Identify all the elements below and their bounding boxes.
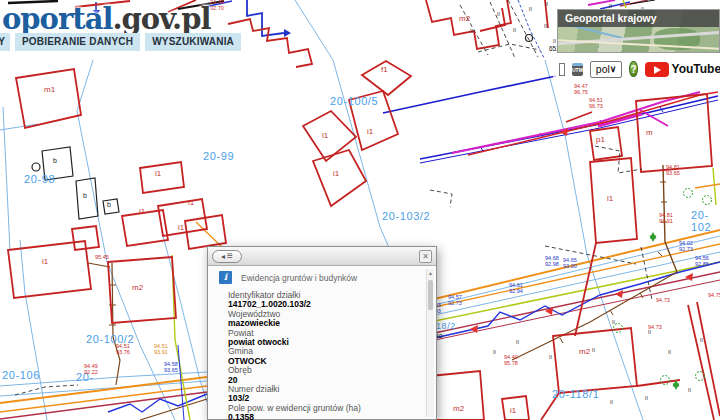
overview-minimap[interactable]: Geoportal krajowy	[557, 9, 720, 53]
popup-field-value: powiat otwocki	[228, 338, 420, 347]
legend-grid-icon[interactable]	[559, 63, 565, 76]
language-value: pol	[596, 63, 610, 75]
youtube-link[interactable]: YouTube	[645, 62, 720, 77]
popup-field-value: OTWOCK	[228, 357, 420, 366]
menu-item-wyszukiwania[interactable]: WYSZUKIWANIA	[145, 33, 241, 51]
scroll-up-icon[interactable]: ▲	[427, 269, 434, 278]
layer-info-row: i Ewidencja gruntów i budynków	[219, 271, 357, 284]
info-icon: i	[219, 271, 232, 284]
list-icon: ≡	[227, 251, 233, 261]
popup-title: Ewidencja gruntów i budynków	[241, 271, 357, 283]
youtube-label: YouTube	[672, 62, 720, 76]
vegetation-layer	[614, 189, 712, 391]
close-icon[interactable]: ✕	[419, 250, 432, 263]
popup-field-label: Pole pow. w ewidencji gruntów (ha)	[228, 404, 420, 413]
feature-info-popup: ◂≡ ✕ i Ewidencja gruntów i budynków Iden…	[207, 246, 437, 420]
chevron-down-icon: ∨	[610, 64, 617, 74]
popup-scrollbar[interactable]: ▲	[426, 269, 434, 417]
popup-fields: Identyfikator działki141702_1.0020.103/2…	[228, 291, 420, 420]
scrollbar-thumb[interactable]	[428, 280, 433, 310]
outbuildings-layer	[32, 35, 533, 220]
language-select[interactable]: pol ∨	[590, 61, 623, 78]
popup-field-label: Numer działki	[228, 385, 420, 394]
popup-field-label: Obręb	[228, 366, 420, 375]
minimap-title: Geoportal krajowy	[558, 10, 719, 27]
results-list-button[interactable]: ◂≡	[212, 250, 242, 263]
menu-item-clipped[interactable]: Y	[0, 33, 10, 51]
map-toolbar: UTM pol ∨ ? YouTube	[553, 56, 720, 82]
popup-field-value: mazowieckie	[228, 319, 420, 328]
help-button[interactable]: ?	[629, 61, 637, 77]
popup-field-value: 0.1358	[228, 413, 420, 420]
menu-item-pobieranie-danych[interactable]: POBIERANIE DANYCH	[15, 33, 140, 51]
geoportal-app: 20-100/520-9920-9820-103/220-100/220-106…	[0, 0, 720, 420]
utm-icon[interactable]: UTM	[572, 63, 583, 76]
youtube-play-icon	[645, 62, 669, 77]
main-menu: YPOBIERANIE DANYCHWYSZUKIWANIA	[0, 31, 246, 51]
popup-header: ◂≡ ✕	[208, 247, 436, 266]
